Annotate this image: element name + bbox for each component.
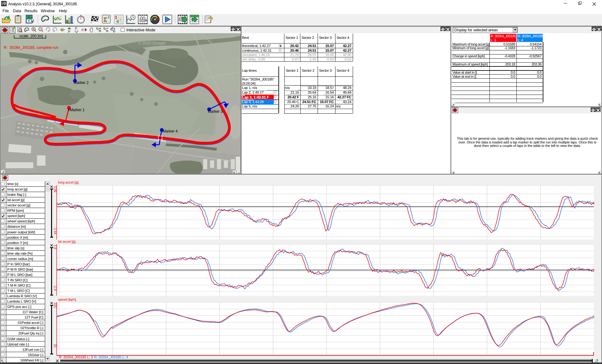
svg-text:6: 6	[117, 19, 119, 24]
svg-text:?: ?	[209, 15, 213, 24]
svg-text:long accel [g],: long accel [g],	[58, 180, 79, 184]
svg-text:Marker 4: Marker 4	[163, 129, 178, 133]
svg-text:P: P	[62, 28, 65, 32]
svg-text:P: P	[82, 28, 84, 32]
svg-text:scale: 200 [m]: scale: 200 [m]	[19, 34, 43, 38]
svg-text:Y: Y	[28, 19, 30, 23]
svg-text:0.96: 0.96	[53, 186, 57, 193]
svg-text:20.: 20.	[53, 344, 57, 348]
svg-text:-1.44: -1.44	[53, 227, 57, 234]
svg-text:2: 2	[108, 15, 109, 19]
svg-text:#Marker 1: #Marker 1	[68, 108, 85, 112]
svg-text:© 2020 Google: © 2020 Google	[138, 41, 166, 45]
svg-text:R: 30264_J00185 L: 3: R: 30264_J00185 L: 3	[59, 355, 93, 359]
svg-text:1.9: 1.9	[53, 245, 57, 249]
svg-text:R: 30264_J00185, complete run: R: 30264_J00185, complete run	[4, 45, 58, 50]
svg-text:X: X	[28, 16, 30, 19]
svg-text:lat accel [g],: lat accel [g],	[58, 240, 77, 243]
svg-text:speed [kph],: speed [kph],	[58, 298, 77, 301]
svg-text:P: P	[68, 30, 70, 33]
svg-text:7: 7	[119, 18, 122, 22]
svg-text:A: A	[4, 2, 6, 4]
svg-text:Marker 3: Marker 3	[208, 109, 223, 114]
svg-text:Σ: Σ	[103, 16, 107, 23]
svg-text:220.: 220.	[53, 303, 57, 309]
svg-text:-1.9: -1.9	[53, 285, 57, 291]
svg-text:© 2020 Google: © 2020 Google	[204, 33, 225, 36]
svg-text:Marker 2: Marker 2	[74, 81, 89, 85]
svg-text:P: P	[75, 27, 77, 30]
svg-text:R: 30264_J00185 L: 4: R: 30264_J00185 L: 4	[94, 355, 128, 359]
